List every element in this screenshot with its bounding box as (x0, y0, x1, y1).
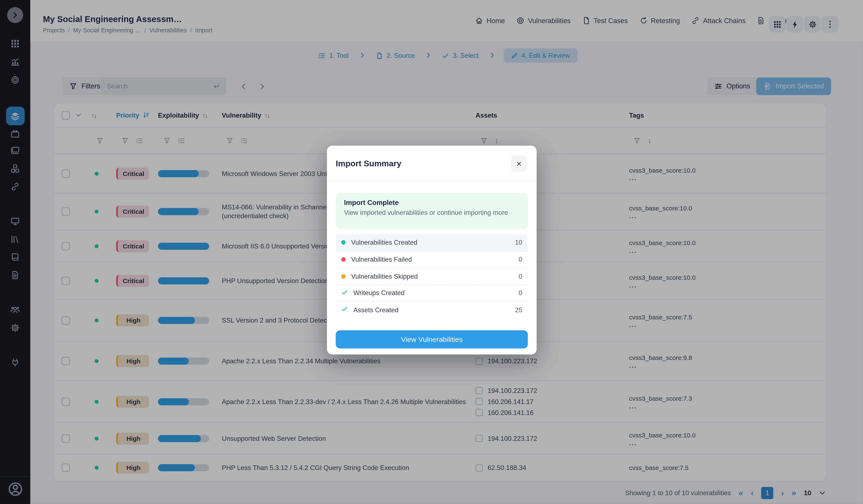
stat-value: 10 (515, 239, 522, 247)
import-stat-row: Writeups Created0 (336, 284, 528, 301)
app-window: My Social Engineering Assessm… Projects/… (0, 0, 863, 504)
close-icon (516, 160, 522, 167)
view-vulnerabilities-button[interactable]: View Vulnerabilities (336, 330, 528, 348)
stat-dot-orange (341, 274, 346, 279)
stat-value: 25 (515, 306, 522, 314)
stat-check-icon (341, 306, 348, 314)
stat-label: Writeups Created (353, 289, 404, 297)
import-stat-row: Vulnerabilities Skipped0 (336, 268, 528, 285)
check-icon (341, 289, 348, 296)
check-icon (341, 306, 348, 312)
stat-dot-teal (341, 240, 346, 245)
import-stat-row: Vulnerabilities Created10 (336, 234, 528, 251)
stat-label: Vulnerabilities Failed (351, 256, 412, 263)
close-button[interactable] (511, 156, 527, 172)
banner-subtitle: View imported vulnerabilities or continu… (344, 209, 520, 217)
import-stat-row: Vulnerabilities Failed0 (336, 251, 528, 268)
stat-label: Vulnerabilities Created (351, 239, 417, 247)
banner-title: Import Complete (344, 199, 520, 207)
stat-check-icon (341, 289, 348, 297)
modal-header: Import Summary (327, 146, 537, 181)
stat-value: 0 (519, 289, 523, 297)
stat-value: 0 (519, 256, 523, 263)
import-summary-modal: Import Summary Import Complete View impo… (327, 146, 537, 355)
stat-dot-red (341, 257, 346, 262)
import-complete-banner: Import Complete View imported vulnerabil… (336, 193, 528, 229)
modal-title: Import Summary (336, 158, 401, 168)
stat-value: 0 (519, 272, 523, 280)
import-stat-row: Assets Created25 (336, 301, 528, 318)
stat-label: Assets Created (353, 306, 399, 314)
import-stats-list: Vulnerabilities Created10Vulnerabilities… (336, 234, 528, 318)
stat-label: Vulnerabilities Skipped (351, 272, 418, 280)
